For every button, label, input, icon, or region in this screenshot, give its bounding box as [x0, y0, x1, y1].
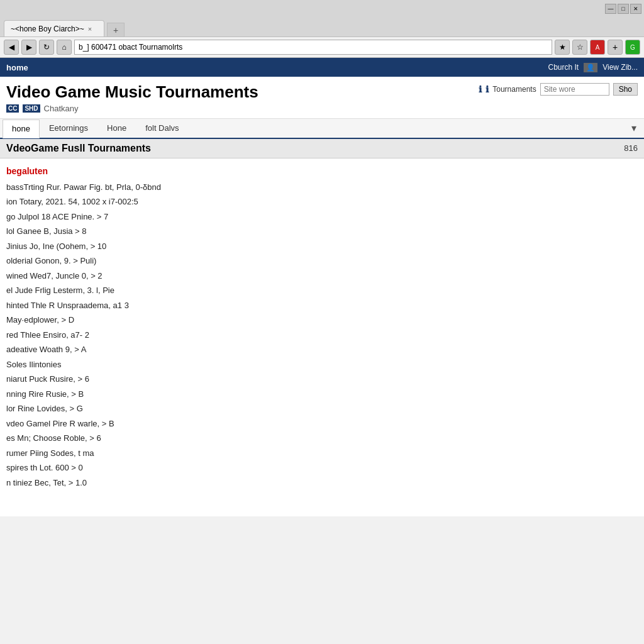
content-header-count: 816	[624, 143, 638, 153]
site-header-right: Cburch It 👤 View Zib...	[548, 63, 638, 72]
tab-close-icon[interactable]: ×	[88, 25, 92, 33]
browser-tab[interactable]: ~<hone Boy Ciarch>~ ×	[4, 20, 104, 36]
list-item: n tiniez Bec, Tet, > 1.0	[6, 475, 638, 491]
list-area: begaluten bassTrting Rur. Pawar Fig. bt,…	[0, 158, 644, 496]
list-item: Jinius Jo, Ine (Oohem, > 10	[6, 239, 638, 254]
site-search-label: Cburch It	[548, 63, 579, 72]
list-items-container: bassTrting Rur. Pawar Fig. bt, Prla, 0-δ…	[6, 180, 638, 491]
user-icon: 👤	[584, 63, 597, 72]
badge-cc: CC	[6, 104, 19, 113]
page-subtitle: CC SHD Chatkany	[6, 104, 258, 113]
list-item: adeative Woath 9, > A	[6, 342, 638, 357]
page-title-left: Video Game Music Tournaments CC SHD Chat…	[6, 83, 258, 113]
new-tab-button[interactable]: +	[107, 23, 125, 36]
list-item: Soles Ilintonies	[6, 357, 638, 372]
list-item: May·edplower, > D	[6, 313, 638, 328]
tabs-dropdown-icon[interactable]: ▾	[626, 119, 641, 136]
list-item: niarut Puck Rusire, > 6	[6, 372, 638, 387]
tournaments-label: Tournaments	[492, 85, 536, 94]
site-header: home Cburch It 👤 View Zib...	[0, 58, 644, 77]
bookmark-star-icon[interactable]: ★	[555, 40, 570, 55]
show-button[interactable]: Sho	[613, 83, 638, 96]
list-item: lol Ganee B, Jusia > 8	[6, 224, 638, 239]
window-controls: — □ ✕	[605, 4, 641, 14]
info-icon-1: ℹ	[479, 84, 482, 94]
extension-icon-1[interactable]: A	[590, 40, 605, 55]
list-item: el Jude Frlig Lesterm, 3. l, Pie	[6, 283, 638, 298]
tab-label: ~<hone Boy Ciarch>~	[11, 25, 84, 33]
content-header-title: VdeoGame Fusll Tournaments	[6, 143, 151, 154]
subtitle-text: Chatkany	[44, 104, 79, 113]
view-label[interactable]: View Zib...	[602, 63, 638, 72]
list-item: es Mn; Choose Roble, > 6	[6, 431, 638, 446]
address-input[interactable]	[74, 40, 552, 55]
list-category: begaluten	[6, 166, 638, 176]
browser-chrome: — □ ✕ ~<hone Boy Ciarch>~ × + ◀ ▶ ↻ ⌂ ★ …	[0, 0, 644, 58]
address-bar-row: ◀ ▶ ↻ ⌂ ★ ☆ A + G	[0, 36, 644, 58]
list-item: wined Wed7, Juncle 0, > 2	[6, 269, 638, 284]
extension-icon-2[interactable]: +	[608, 40, 623, 55]
list-item: spires th Lot. 600 > 0	[6, 460, 638, 475]
list-item: ion Totary, 2021. 54, 1002 x i7-002:5	[6, 194, 638, 209]
list-item: vdeo Gamel Pire R warle, > B	[6, 416, 638, 431]
content-header: VdeoGame Fusll Tournaments 816	[0, 139, 644, 158]
list-item: bassTrting Rur. Pawar Fig. bt, Prla, 0-δ…	[6, 180, 638, 195]
list-item: go Julpol 18 ACE Pnine. > 7	[6, 209, 638, 225]
list-item: rumer Piing Sodes, t ma	[6, 446, 638, 461]
site-header-home[interactable]: home	[6, 63, 28, 72]
tab-hone[interactable]: hone	[3, 119, 40, 138]
nav-tabs: hone Eetornings Hone folt Dalvs ▾	[0, 119, 644, 139]
badge-shd: SHD	[23, 104, 40, 113]
tab-folt-dalvs[interactable]: folt Dalvs	[136, 119, 188, 138]
tab-eetornings[interactable]: Eetornings	[40, 119, 97, 138]
extension-icon-3[interactable]: G	[625, 40, 640, 55]
tab-hone2[interactable]: Hone	[97, 119, 136, 138]
refresh-button[interactable]: ↻	[39, 40, 54, 55]
bookmark-outline-icon[interactable]: ☆	[572, 40, 587, 55]
list-item: hinted Thle R Unspraadema, a1 3	[6, 298, 638, 313]
page-title-area: Video Game Music Tournaments CC SHD Chat…	[0, 77, 644, 119]
home-button[interactable]: ⌂	[57, 40, 72, 55]
tab-bar: ~<hone Boy Ciarch>~ × +	[0, 18, 644, 36]
content-area: VdeoGame Fusll Tournaments 816 begaluten…	[0, 139, 644, 516]
minimize-button[interactable]: —	[605, 4, 616, 14]
page-title-right: ℹ ℹ Tournaments Sho	[479, 83, 638, 96]
title-bar: — □ ✕	[0, 0, 644, 18]
info-icon-2: ℹ	[486, 84, 489, 94]
list-item: nning Rire Rusie, > B	[6, 387, 638, 402]
list-item: lor Rine Lovides, > G	[6, 401, 638, 416]
forward-button[interactable]: ▶	[21, 40, 36, 55]
page-title: Video Game Music Tournaments	[6, 83, 258, 101]
back-button[interactable]: ◀	[4, 40, 19, 55]
list-item: olderial Gonon, 9. > Puli)	[6, 253, 638, 269]
close-button[interactable]: ✕	[630, 4, 641, 14]
toolbar-icons: ★ ☆ A + G	[555, 40, 640, 55]
list-item: red Thlee Ensiro, a7- 2	[6, 328, 638, 343]
maximize-button[interactable]: □	[618, 4, 629, 14]
site-search-input[interactable]	[540, 83, 609, 96]
